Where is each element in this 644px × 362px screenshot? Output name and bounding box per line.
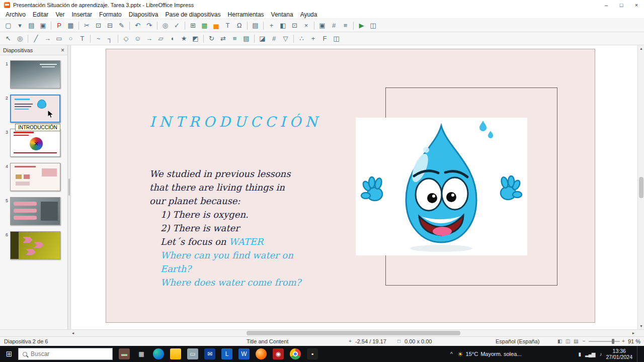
- slide-body-text[interactable]: We studied in previous lessons that ther…: [149, 167, 301, 289]
- slide-canvas[interactable]: INTRODUCCIÓN We studied in previous less…: [106, 49, 595, 323]
- water-drop-image[interactable]: [356, 118, 527, 255]
- insert-table-icon[interactable]: ⊞: [187, 21, 199, 31]
- align-objects-icon[interactable]: ≡: [229, 34, 240, 44]
- volume-icon[interactable]: ♪: [599, 351, 601, 357]
- block-arrows-icon[interactable]: →: [143, 34, 155, 44]
- menu-pase-de-diapositivas[interactable]: Pase de diapositivas: [162, 11, 224, 18]
- zoom-slider-thumb[interactable]: [612, 339, 614, 344]
- battery-icon[interactable]: ▮: [578, 351, 581, 357]
- ellipse-icon[interactable]: ○: [65, 34, 76, 44]
- rectangle-icon[interactable]: ▭: [53, 34, 65, 44]
- delete-slide-icon[interactable]: ×: [300, 21, 312, 31]
- insert-line-icon[interactable]: ╱: [30, 34, 42, 44]
- generic-app-icon[interactable]: ▭: [187, 348, 198, 359]
- weather-widget[interactable]: ☀ 15°C Mayorm. solea...: [457, 350, 522, 358]
- horizontal-scroll-thumb[interactable]: [247, 331, 460, 335]
- fit-slide-icon[interactable]: ◧: [557, 338, 562, 344]
- insert-chart-icon[interactable]: ▅: [210, 21, 222, 31]
- line-ends-arrow-icon[interactable]: →: [42, 34, 53, 44]
- edge-browser-icon[interactable]: [153, 348, 164, 359]
- terminal-app-icon[interactable]: ▪: [307, 348, 318, 359]
- minimize-button[interactable]: –: [599, 0, 614, 10]
- symbol-shapes-icon[interactable]: ☺: [132, 34, 143, 44]
- grid-icon[interactable]: #: [328, 21, 340, 31]
- curves-polygons-icon[interactable]: ~: [93, 34, 104, 44]
- crop-image-icon[interactable]: #: [268, 34, 280, 44]
- menu-herramientas[interactable]: Herramientas: [224, 11, 268, 18]
- shadow-icon[interactable]: ◪: [257, 34, 268, 44]
- show-desktop-button[interactable]: [637, 346, 641, 362]
- star-shapes-icon[interactable]: ★: [178, 34, 190, 44]
- vertical-scrollbar[interactable]: ▲ ▼: [637, 45, 644, 329]
- fit-page-icon[interactable]: ▤: [574, 338, 578, 344]
- menu-ayuda[interactable]: Ayuda: [297, 11, 321, 18]
- master-slide-icon[interactable]: ▣: [316, 21, 328, 31]
- chrome-browser-icon[interactable]: [290, 348, 301, 359]
- 3d-objects-icon[interactable]: ◩: [190, 34, 201, 44]
- redo-icon[interactable]: ↷: [143, 21, 155, 31]
- horizontal-scrollbar[interactable]: ◄ ►: [0, 329, 644, 336]
- vertical-scroll-thumb[interactable]: [639, 177, 643, 198]
- slide-thumbnail-3[interactable]: ✕: [10, 129, 60, 157]
- menu-ventana[interactable]: Ventana: [268, 11, 297, 18]
- text-box-icon[interactable]: T: [76, 34, 88, 44]
- flowchart-shapes-icon[interactable]: ▱: [155, 34, 167, 44]
- image-filter-icon[interactable]: ▽: [280, 34, 291, 44]
- open-document-icon[interactable]: ▤: [26, 21, 37, 31]
- glue-points-icon[interactable]: +: [307, 34, 319, 44]
- word-app-icon[interactable]: W: [238, 348, 250, 359]
- menu-ver[interactable]: Ver: [52, 11, 68, 18]
- paste-icon[interactable]: ⊟: [104, 21, 116, 31]
- search-input[interactable]: [31, 350, 96, 357]
- slideshow-settings-icon[interactable]: ◫: [367, 21, 379, 31]
- zoom-slider[interactable]: [589, 341, 620, 342]
- undo-icon[interactable]: ↶: [132, 21, 143, 31]
- save-icon[interactable]: ▣: [37, 21, 49, 31]
- firefox-browser-icon[interactable]: [256, 348, 267, 359]
- menu-formato[interactable]: Formato: [96, 11, 125, 18]
- menu-insertar[interactable]: Insertar: [68, 11, 96, 18]
- zoom-out-icon[interactable]: −: [583, 338, 586, 344]
- panel-close-icon[interactable]: ×: [61, 47, 64, 54]
- arrange-objects-icon[interactable]: ▤: [240, 34, 252, 44]
- scroll-up-icon[interactable]: ▲: [638, 45, 644, 52]
- acrobat-reader-icon[interactable]: ◉: [273, 348, 284, 359]
- zoom-in-icon[interactable]: +: [622, 338, 625, 344]
- menu-archivo[interactable]: Archivo: [2, 11, 29, 18]
- document-language[interactable]: Español (España): [496, 338, 539, 344]
- snap-guides-icon[interactable]: ≡: [340, 21, 351, 31]
- task-view-icon[interactable]: ▦: [136, 348, 147, 359]
- edit-points-icon[interactable]: ∴: [296, 34, 307, 44]
- fontwork-icon[interactable]: F: [319, 34, 331, 44]
- zoom-level[interactable]: 91 %: [628, 338, 640, 344]
- header-footer-icon[interactable]: ▤: [250, 21, 261, 31]
- export-pdf-icon[interactable]: P: [53, 21, 65, 31]
- slide-thumbnail-5[interactable]: [10, 197, 60, 225]
- scroll-right-icon[interactable]: ►: [630, 330, 637, 336]
- menu-diapositiva[interactable]: Diapositiva: [125, 11, 162, 18]
- network-icon[interactable]: ▂▄▆: [585, 351, 595, 357]
- flip-icon[interactable]: ⇄: [217, 34, 229, 44]
- menu-editar[interactable]: Editar: [29, 11, 52, 18]
- close-button[interactable]: ×: [629, 0, 644, 10]
- maximize-button[interactable]: □: [614, 0, 629, 10]
- start-button-icon[interactable]: ⊞: [0, 346, 18, 362]
- zoom-icon[interactable]: ◎: [14, 34, 26, 44]
- hidden-icons-chevron[interactable]: ^: [450, 351, 453, 357]
- scroll-down-icon[interactable]: ▼: [638, 323, 644, 329]
- classroom-app-icon[interactable]: ▬: [119, 348, 130, 359]
- slide-thumbnail-4[interactable]: [10, 163, 60, 191]
- toggle-extrusion-icon[interactable]: ◫: [331, 34, 342, 44]
- start-slideshow-icon[interactable]: ▶: [356, 21, 367, 31]
- cut-icon[interactable]: ✂: [81, 21, 93, 31]
- slide-layout-icon[interactable]: ◧: [277, 21, 289, 31]
- insert-textbox-icon[interactable]: T: [222, 21, 233, 31]
- new-presentation-icon[interactable]: ▢: [3, 21, 14, 31]
- splitter-grip[interactable]: [68, 178, 70, 196]
- libreoffice-app-icon[interactable]: L: [221, 348, 232, 359]
- connectors-icon[interactable]: ┐: [104, 34, 116, 44]
- rotate-icon[interactable]: ↻: [206, 34, 217, 44]
- copy-icon[interactable]: ⊡: [93, 21, 104, 31]
- find-replace-icon[interactable]: ◎: [159, 21, 171, 31]
- mail-app-icon[interactable]: ✉: [204, 348, 215, 359]
